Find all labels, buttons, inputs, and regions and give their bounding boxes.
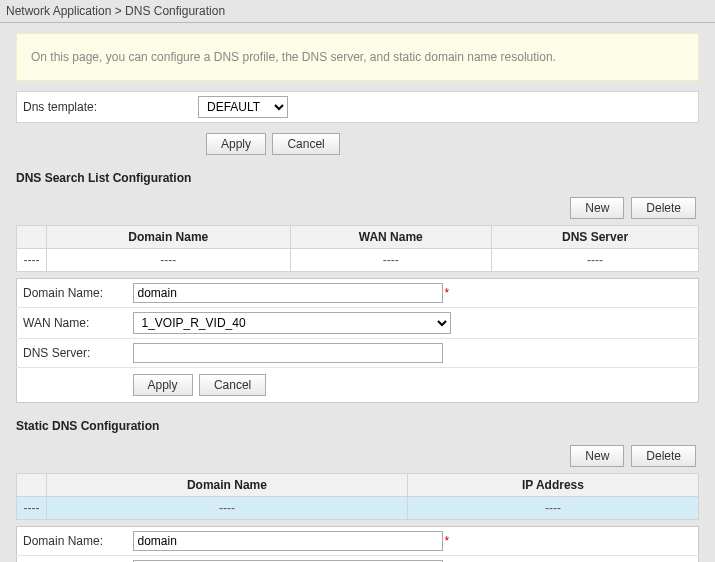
search-wan-select[interactable]: 1_VOIP_R_VID_40	[133, 312, 451, 334]
static-dns-title: Static DNS Configuration	[16, 413, 699, 439]
required-marker: *	[445, 534, 450, 548]
search-list-col-wan: WAN Name	[290, 226, 492, 249]
dns-template-row: Dns template: DEFAULT	[16, 91, 699, 123]
static-domain-label: Domain Name:	[17, 527, 127, 556]
static-col-domain: Domain Name	[47, 474, 408, 497]
dns-template-apply-button[interactable]: Apply	[206, 133, 266, 155]
search-list-new-button[interactable]: New	[570, 197, 624, 219]
table-row[interactable]: ---- ---- ----	[17, 497, 699, 520]
table-row[interactable]: ---- ---- ---- ----	[17, 249, 699, 272]
required-marker: *	[445, 286, 450, 300]
search-list-title: DNS Search List Configuration	[16, 165, 699, 191]
search-list-cancel-button[interactable]: Cancel	[199, 374, 266, 396]
search-domain-input[interactable]	[133, 283, 443, 303]
search-list-col-domain: Domain Name	[47, 226, 291, 249]
search-dns-input[interactable]	[133, 343, 443, 363]
static-dns-delete-button[interactable]: Delete	[631, 445, 696, 467]
dns-template-select[interactable]: DEFAULT	[198, 96, 288, 118]
search-list-col-dns: DNS Server	[492, 226, 699, 249]
search-list-delete-button[interactable]: Delete	[631, 197, 696, 219]
dns-template-cancel-button[interactable]: Cancel	[272, 133, 339, 155]
search-wan-label: WAN Name:	[17, 308, 127, 339]
static-col-ip: IP Address	[407, 474, 698, 497]
search-list-form: Domain Name: * WAN Name: 1_VOIP_R_VID_40…	[16, 278, 699, 403]
search-domain-label: Domain Name:	[17, 279, 127, 308]
static-dns-form: Domain Name: * IP Address: * Apply Cance…	[16, 526, 699, 562]
static-dns-table: Domain Name IP Address ---- ---- ----	[16, 473, 699, 520]
search-list-table: Domain Name WAN Name DNS Server ---- ---…	[16, 225, 699, 272]
breadcrumb: Network Application > DNS Configuration	[0, 0, 715, 23]
info-banner: On this page, you can configure a DNS pr…	[16, 33, 699, 81]
dns-template-label: Dns template:	[17, 94, 192, 120]
static-domain-input[interactable]	[133, 531, 443, 551]
search-list-apply-button[interactable]: Apply	[133, 374, 193, 396]
static-dns-new-button[interactable]: New	[570, 445, 624, 467]
static-ip-label: IP Address:	[17, 556, 127, 563]
search-dns-label: DNS Server:	[17, 339, 127, 368]
